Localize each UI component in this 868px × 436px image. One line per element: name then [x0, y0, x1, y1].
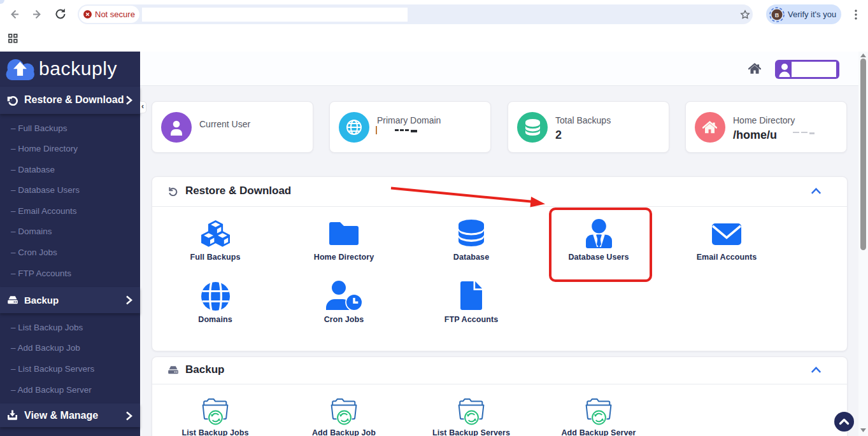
svg-text:B: B	[775, 12, 779, 18]
